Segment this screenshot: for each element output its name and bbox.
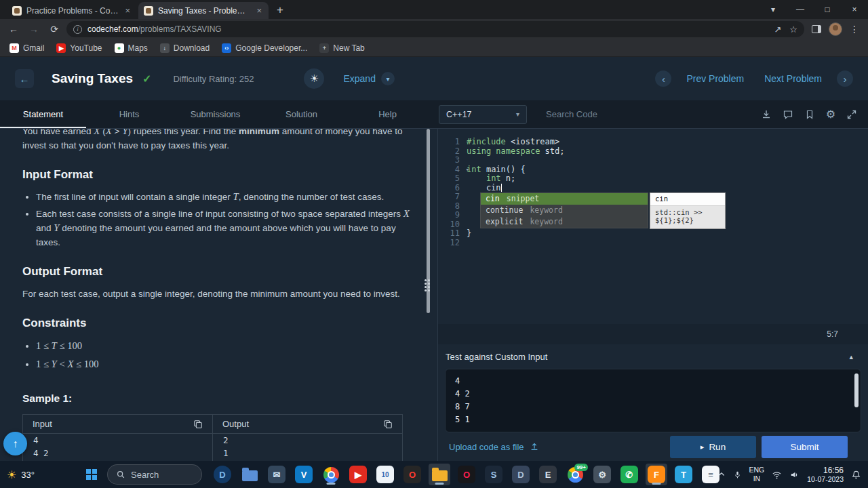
submit-button[interactable]: Submit bbox=[762, 436, 848, 458]
telegram-icon[interactable]: T bbox=[673, 464, 694, 485]
new-tab-button[interactable]: + bbox=[269, 3, 292, 19]
start-button[interactable] bbox=[80, 469, 103, 480]
chrome-badge-icon[interactable]: 99+ bbox=[564, 464, 586, 485]
taskbar-clock[interactable]: 16:56 10-07-2023 bbox=[807, 466, 844, 484]
profile-avatar[interactable] bbox=[829, 22, 842, 36]
app-glyph: ▶ bbox=[349, 466, 367, 483]
custom-input-textarea[interactable]: 4 4 2 8 7 5 1 bbox=[445, 369, 861, 432]
expand-button[interactable]: Expand▾ bbox=[343, 72, 394, 85]
bookmark-item[interactable]: MGmail bbox=[9, 43, 44, 53]
autocomplete-item[interactable]: continuekeyword bbox=[481, 205, 648, 216]
discord-icon[interactable]: D bbox=[510, 464, 532, 485]
steam-icon[interactable]: S bbox=[483, 464, 505, 485]
browser-tab[interactable]: Practice Problems - CodeChef× bbox=[7, 2, 137, 19]
tab-statement[interactable]: Statement bbox=[0, 100, 86, 128]
panel-resize-handle[interactable] bbox=[425, 279, 430, 291]
forward-icon[interactable]: → bbox=[26, 21, 42, 37]
theme-toggle-button[interactable]: ☀ bbox=[304, 68, 324, 89]
opera-gx-icon[interactable]: O bbox=[456, 464, 477, 485]
autocomplete-item[interactable]: explicitkeyword bbox=[481, 216, 648, 228]
settings-gear-icon[interactable]: ⚙ bbox=[591, 464, 613, 485]
bookmark-item[interactable]: ↓Download bbox=[160, 43, 210, 53]
address-bar[interactable]: i codechef.com/problems/TAXSAVING ↗ ☆ bbox=[66, 21, 804, 37]
close-button[interactable]: × bbox=[841, 0, 868, 19]
download-icon[interactable] bbox=[761, 109, 772, 120]
copy-icon[interactable] bbox=[383, 420, 393, 429]
code-line[interactable]: 1#include <iostream> bbox=[438, 138, 868, 147]
desktop: Practice Problems - CodeChef×Saving Taxe… bbox=[0, 0, 868, 488]
site-info-icon[interactable]: i bbox=[73, 25, 82, 34]
maximize-button[interactable]: □ bbox=[814, 0, 841, 19]
code-line[interactable]: 5 int n; bbox=[438, 174, 868, 184]
weather-widget[interactable]: ☀ 33° bbox=[0, 468, 80, 481]
scroll-to-top-button[interactable]: ↑ bbox=[3, 432, 27, 455]
taskbar-search[interactable]: Search bbox=[107, 464, 202, 485]
bookmark-item[interactable]: ▶YouTube bbox=[56, 43, 102, 53]
bookmark-item[interactable]: ●Maps bbox=[115, 43, 148, 53]
firefox-icon[interactable]: F bbox=[646, 464, 667, 485]
autocomplete-item[interactable]: cinsnippet bbox=[481, 193, 648, 205]
volume-icon[interactable] bbox=[789, 470, 800, 480]
run-button[interactable]: ▸ Run bbox=[670, 436, 756, 458]
side-panel-icon[interactable] bbox=[808, 21, 825, 37]
next-problem-icon[interactable]: › bbox=[837, 70, 853, 87]
browser-tab[interactable]: Saving Taxes - Problems - Code...× bbox=[138, 2, 269, 19]
calendar-icon[interactable]: 10 bbox=[374, 464, 396, 485]
code-line[interactable]: 12 bbox=[438, 239, 868, 248]
tab-solution[interactable]: Solution bbox=[258, 100, 344, 128]
back-arrow-button[interactable]: ← bbox=[15, 69, 34, 88]
language-select[interactable]: C++17 ▾ bbox=[439, 105, 527, 124]
settings-gear-icon[interactable]: ⚙ bbox=[826, 109, 835, 120]
scrollbar[interactable] bbox=[854, 373, 859, 407]
weather-sun-icon: ☀ bbox=[7, 468, 16, 481]
code-line[interactable]: 4▾int main() { bbox=[438, 165, 868, 175]
tab-close-icon[interactable]: × bbox=[255, 5, 263, 16]
fullscreen-icon[interactable] bbox=[846, 109, 857, 120]
chrome-icon[interactable] bbox=[320, 464, 342, 485]
bookmark-icon[interactable] bbox=[804, 109, 815, 120]
tab-hints[interactable]: Hints bbox=[86, 100, 172, 128]
bookmark-item[interactable]: +New Tab bbox=[319, 43, 364, 53]
share-icon[interactable]: ↗ bbox=[774, 24, 781, 35]
back-icon[interactable]: ← bbox=[5, 21, 22, 37]
opera-icon[interactable]: O bbox=[401, 464, 423, 485]
custom-input-header[interactable]: Test against Custom Input ▴ bbox=[438, 344, 868, 369]
notifications-icon[interactable] bbox=[851, 470, 861, 480]
whatsapp-icon[interactable]: ✆ bbox=[618, 464, 640, 485]
tab-search-icon[interactable]: ▾ bbox=[760, 0, 787, 19]
upload-code-link[interactable]: Upload code as file bbox=[449, 442, 539, 452]
code-line[interactable]: 11} bbox=[438, 229, 868, 239]
code-line[interactable]: 3 bbox=[438, 156, 868, 165]
tray-chevron-up-icon[interactable] bbox=[717, 470, 726, 479]
prev-problem-icon[interactable]: ‹ bbox=[655, 70, 671, 87]
fold-icon[interactable]: ▾ bbox=[466, 165, 469, 175]
chevron-up-icon[interactable]: ▴ bbox=[849, 352, 853, 361]
autocomplete-label: continue bbox=[486, 206, 523, 216]
language-indicator[interactable]: ENG IN bbox=[749, 466, 765, 483]
folder-open-icon[interactable] bbox=[429, 464, 450, 485]
prev-problem-link[interactable]: Prev Problem bbox=[686, 73, 744, 84]
copy-icon[interactable] bbox=[193, 420, 203, 429]
youtube-icon[interactable]: ▶ bbox=[347, 464, 369, 485]
tab-submissions[interactable]: Submissions bbox=[172, 100, 258, 128]
search-code-input[interactable] bbox=[546, 109, 648, 119]
bookmark-item[interactable]: ‹›Google Developer... bbox=[222, 43, 307, 53]
comment-icon[interactable] bbox=[783, 109, 793, 120]
epic-games-icon[interactable]: E bbox=[537, 464, 559, 485]
vscode-icon[interactable]: V bbox=[293, 464, 315, 485]
tab-close-icon[interactable]: × bbox=[123, 5, 132, 16]
code-line[interactable]: 6 cin bbox=[438, 184, 868, 193]
wifi-icon[interactable] bbox=[772, 470, 782, 480]
microphone-icon[interactable] bbox=[733, 470, 742, 479]
mail-icon[interactable]: ✉ bbox=[266, 464, 288, 485]
d-app-icon[interactable]: D bbox=[212, 464, 233, 485]
menu-icon[interactable]: ⋮ bbox=[846, 21, 863, 37]
next-problem-link[interactable]: Next Problem bbox=[764, 73, 822, 84]
bookmark-star-icon[interactable]: ☆ bbox=[789, 24, 797, 35]
code-line[interactable]: 2using namespace std; bbox=[438, 147, 868, 157]
file-explorer-icon[interactable] bbox=[239, 464, 260, 485]
tab-help[interactable]: Help bbox=[344, 100, 431, 128]
minimize-button[interactable]: — bbox=[787, 0, 814, 19]
reload-icon[interactable]: ⟳ bbox=[46, 21, 62, 37]
code-editor[interactable]: 1#include <iostream>2using namespace std… bbox=[438, 129, 868, 324]
